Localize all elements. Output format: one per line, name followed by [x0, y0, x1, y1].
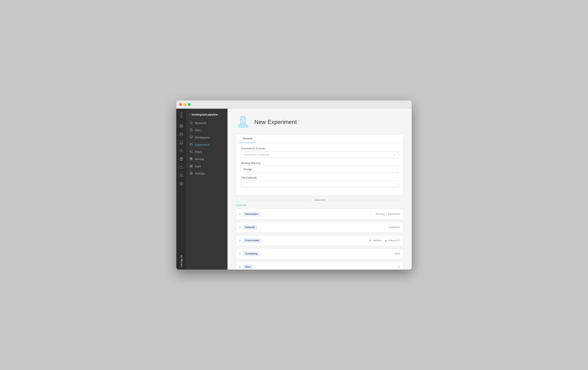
- command-label: Command to Execute: [241, 147, 398, 150]
- working-dir-label: Working Directory: [241, 162, 398, 165]
- environment-compute-icon: 🖥: [369, 239, 371, 242]
- accordion-scheduling-header[interactable]: » Scheduling Now: [236, 249, 403, 259]
- close-button[interactable]: [179, 103, 182, 106]
- svg-line-11: [192, 123, 192, 124]
- title-label: Title (optional): [241, 176, 398, 179]
- research-icon: [189, 121, 193, 125]
- advanced-line-left: [236, 200, 312, 200]
- svg-rect-0: [180, 125, 181, 126]
- sidebar-item-flows[interactable]: Flows: [186, 148, 228, 156]
- serving-icon: [189, 157, 193, 161]
- accordion-scheduling-left: » Scheduling: [239, 251, 260, 256]
- parameters-label: Parameters: [243, 212, 261, 216]
- sidebar-item-label-research: Research: [195, 121, 207, 125]
- svg-rect-21: [191, 165, 192, 166]
- svg-point-16: [190, 150, 191, 151]
- command-select[interactable]: Command to execute: [241, 151, 398, 158]
- svg-rect-3: [180, 126, 181, 128]
- environment-chevron-icon: »: [239, 239, 241, 242]
- sidebar-item-label-flows: Flows: [195, 150, 202, 153]
- title-input[interactable]: [241, 180, 398, 187]
- scheduling-right-text: Now: [395, 252, 400, 255]
- brand-logo: cnvrg.io: [180, 253, 182, 267]
- svg-rect-2: [182, 126, 183, 128]
- database-rail-icon[interactable]: [178, 130, 185, 138]
- svg-point-24: [191, 173, 192, 174]
- datasets-right-text: 0 datasets: [388, 226, 400, 229]
- general-card: General Command to Execute Command to ex…: [236, 134, 403, 195]
- settings-rail-icon[interactable]: [178, 180, 185, 188]
- sidebar-item-experiments[interactable]: Experiments: [186, 141, 228, 148]
- svg-rect-23: [190, 166, 191, 167]
- gift-rail-icon[interactable]: [178, 155, 185, 163]
- accordion-datasets-header[interactable]: » Datasets 0 datasets: [236, 222, 403, 232]
- command-select-wrapper: Command to execute: [241, 151, 398, 158]
- sidebar-item-label-experiments: Experiments: [195, 143, 210, 146]
- advanced-label: Advanced: [312, 199, 327, 201]
- accordion-environment-header[interactable]: » Environment 🖥 medium ☁ cnvrg:v5.0: [236, 235, 403, 246]
- sidebar-nav: Research Files: [186, 119, 228, 178]
- scheduling-chevron-icon: »: [239, 252, 241, 255]
- sidebar-item-research[interactable]: Research: [186, 120, 228, 127]
- files-icon: [189, 129, 193, 132]
- library-rail-icon[interactable]: [178, 139, 185, 146]
- upload-rail-icon[interactable]: [178, 147, 185, 154]
- environment-compute-text: medium: [373, 239, 382, 242]
- app-body: acme: [176, 109, 412, 270]
- sidebar-item-files[interactable]: Files: [186, 127, 228, 134]
- cloud-rail-icon[interactable]: [178, 164, 185, 171]
- svg-point-9: [181, 183, 182, 184]
- sidebar: › lendingclub-pipeline Research: [186, 109, 228, 270]
- sidebar-item-workspaces[interactable]: Workspaces: [186, 134, 228, 141]
- apps-icon: [189, 165, 193, 168]
- environment-cloud-icon: ☁: [384, 239, 387, 242]
- accordion-datasets-left: » Datasets: [239, 225, 257, 230]
- working-dir-form-group: Working Directory: [241, 162, 398, 173]
- datasets-label: Datasets: [243, 225, 257, 230]
- svg-rect-1: [182, 125, 183, 126]
- accordion-datasets: » Datasets 0 datasets: [236, 222, 403, 233]
- open-all-link[interactable]: Open All: [236, 204, 246, 207]
- refresh-icon[interactable]: ↻: [398, 265, 400, 268]
- environment-right-text: 🖥 medium ☁ cnvrg:v5.0: [369, 239, 400, 242]
- experiments-icon: [189, 143, 193, 146]
- app-window: acme: [176, 100, 412, 270]
- page-title: New Experiment: [254, 119, 297, 125]
- minimize-button[interactable]: [184, 103, 186, 106]
- main-content: × New Experiment General Command to Exec…: [228, 109, 412, 270]
- workspaces-icon: [189, 136, 193, 139]
- working-dir-input[interactable]: [241, 166, 398, 173]
- sidebar-item-settings[interactable]: Settings: [186, 170, 228, 177]
- advanced-divider: Advanced: [236, 199, 403, 201]
- svg-point-15: [192, 152, 192, 153]
- more-chevron-icon: »: [239, 265, 241, 268]
- sidebar-chevron-icon[interactable]: ›: [189, 113, 190, 116]
- parameters-right-text: Running 1 experiment: [376, 213, 400, 216]
- title-form-group: Title (optional): [241, 176, 398, 187]
- flows-icon: [189, 150, 193, 154]
- svg-point-31: [242, 128, 243, 129]
- accordion-parameters-left: » Parameters: [239, 212, 261, 216]
- accordion-parameters-header[interactable]: » Parameters Running 1 experiment: [236, 209, 403, 219]
- sidebar-header: › lendingclub-pipeline: [186, 110, 228, 119]
- svg-rect-22: [191, 166, 192, 167]
- sidebar-item-serving[interactable]: Serving: [186, 156, 228, 163]
- environment-version-text: cnvrg:v5.0: [388, 239, 400, 242]
- sidebar-item-label-settings: Settings: [195, 172, 205, 175]
- svg-point-28: [244, 124, 244, 124]
- accordion-more-header[interactable]: » More ↻: [236, 262, 403, 270]
- acme-label: acme: [178, 111, 185, 118]
- experiment-illustration: ×: [236, 115, 250, 129]
- maximize-button[interactable]: [188, 103, 190, 106]
- svg-text:×: ×: [246, 117, 247, 119]
- sidebar-item-label-files: Files: [195, 129, 200, 132]
- team-rail-icon[interactable]: [178, 172, 185, 179]
- rail-bottom: cnvrg.io: [180, 253, 182, 270]
- svg-point-8: [180, 174, 181, 175]
- more-right-icon: ↻: [398, 265, 400, 268]
- svg-rect-26: [241, 116, 245, 117]
- sidebar-item-apps[interactable]: Apps: [186, 163, 228, 170]
- tab-general[interactable]: General: [239, 134, 255, 143]
- project-rail-icon[interactable]: [178, 122, 185, 130]
- project-name: lendingclub-pipeline: [192, 113, 218, 116]
